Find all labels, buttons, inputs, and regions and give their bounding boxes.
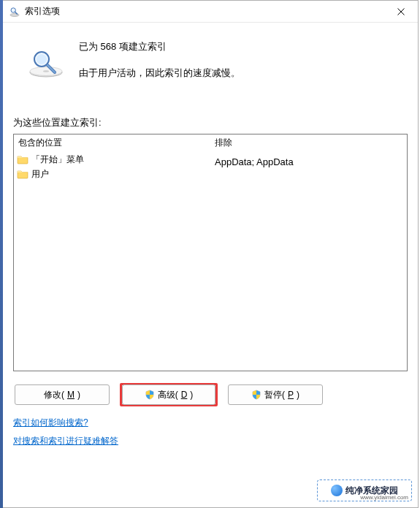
exclude-value: AppData; AppData: [210, 155, 407, 169]
troubleshoot-link[interactable]: 对搜索和索引进行疑难解答: [13, 435, 118, 447]
help-links: 索引如何影响搜索? 对搜索和索引进行疑难解答: [13, 417, 408, 447]
status-text-col: 已为 568 项建立索引 由于用户活动，因此索引的速度减慢。: [79, 36, 408, 80]
indexed-count-text: 已为 568 项建立索引: [79, 40, 408, 53]
window-title: 索引选项: [25, 5, 384, 18]
indexing-options-dialog: 索引选项: [3, 0, 419, 508]
exclude-column: AppData; AppData: [210, 151, 407, 371]
status-icon-col: [13, 36, 79, 78]
titlebar: 索引选项: [3, 1, 418, 23]
brand-url: www.yidaimei.com: [360, 494, 408, 501]
branding-chip: 纯净系统家园 www.yidaimei.com: [317, 479, 412, 501]
list-item-label: 用户: [31, 168, 49, 181]
include-column: 「开始」菜单 用户: [14, 151, 210, 371]
list-headers: 包含的位置 排除: [14, 134, 407, 151]
brand-logo-icon: [331, 485, 343, 496]
list-item-label: 「开始」菜单: [31, 153, 84, 166]
dialog-content: 已为 568 项建立索引 由于用户活动，因此索引的速度减慢。 为这些位置建立索引…: [3, 23, 418, 507]
exclude-header[interactable]: 排除: [210, 134, 407, 151]
pause-button[interactable]: 暂停(P): [228, 384, 323, 405]
svg-point-7: [43, 70, 49, 72]
shield-icon: [145, 390, 155, 400]
folder-icon: [17, 169, 28, 179]
advanced-button-highlight: 高级(D): [120, 383, 218, 406]
indexing-speed-text: 由于用户活动，因此索引的速度减慢。: [79, 67, 408, 80]
status-block: 已为 568 项建立索引 由于用户活动，因此索引的速度减慢。: [13, 36, 408, 80]
list-item[interactable]: 用户: [14, 167, 210, 181]
list-item[interactable]: 「开始」菜单: [14, 152, 210, 167]
modify-button[interactable]: 修改(M): [15, 384, 110, 405]
indexing-icon: [9, 6, 20, 18]
indexed-locations-list[interactable]: 包含的位置 排除 「开始」菜单: [13, 134, 408, 371]
shield-icon: [251, 390, 261, 400]
include-header[interactable]: 包含的位置: [14, 134, 210, 151]
close-icon: [397, 8, 405, 15]
button-row: 修改(M) 高级(D): [13, 383, 408, 406]
folder-icon: [17, 154, 28, 164]
locations-section-label: 为这些位置建立索引:: [13, 116, 408, 129]
how-indexing-affects-link[interactable]: 索引如何影响搜索?: [13, 417, 88, 429]
advanced-button[interactable]: 高级(D): [122, 384, 215, 405]
svg-point-9: [37, 54, 47, 64]
magnifier-disc-icon: [26, 49, 66, 78]
list-body: 「开始」菜单 用户 AppData; AppData: [14, 151, 407, 371]
close-button[interactable]: [384, 1, 418, 23]
